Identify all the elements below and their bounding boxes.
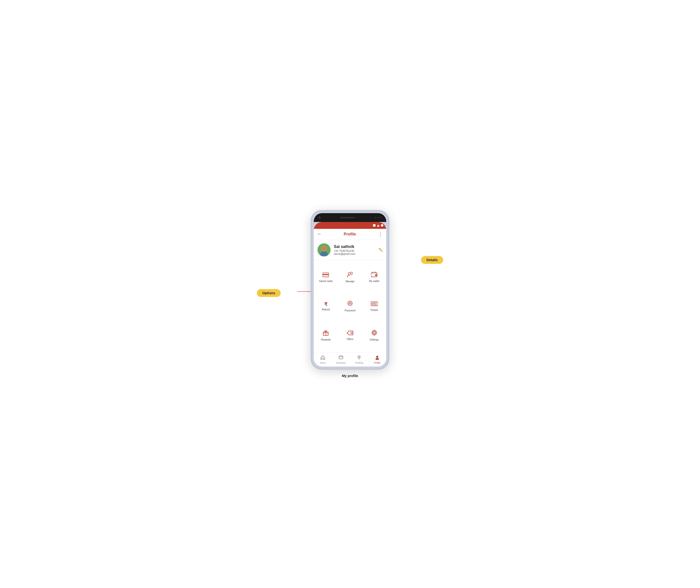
home-icon: [320, 355, 325, 361]
svg-point-20: [372, 303, 373, 305]
sensors: [375, 217, 382, 218]
manage-label: Manage: [345, 280, 355, 283]
profile-nav-icon: [375, 355, 380, 361]
svg-point-17: [350, 303, 350, 304]
app-header: ← Profile ⋮: [314, 229, 386, 240]
refund-icon: ₹: [324, 301, 327, 307]
profile-phone: +91 7546791230: [334, 249, 377, 252]
sensor-dot-2: [377, 217, 379, 218]
options-annotation: Options: [257, 289, 281, 297]
manage-icon: [347, 272, 353, 279]
status-circle-icon: [381, 224, 383, 227]
status-bar: [314, 222, 386, 229]
avatar-svg: [317, 244, 330, 256]
menu-item-tickets[interactable]: Tickets: [362, 292, 386, 321]
profile-section: Sai sathvik +91 7546791230 ravva@gmail.c…: [314, 240, 386, 260]
refund-label: Refund: [322, 308, 329, 311]
sensor-dot-1: [375, 217, 376, 218]
saved-cards-icon: [322, 272, 329, 279]
saved-cards-label: Saved cards: [319, 280, 333, 282]
menu-grid: Saved cards Manage My wallet: [314, 260, 386, 352]
status-triangle-icon: [377, 224, 380, 227]
nav-home[interactable]: Home: [314, 355, 332, 364]
status-icons: [373, 224, 383, 227]
menu-item-offers[interactable]: Offers: [338, 321, 362, 350]
edit-button[interactable]: ✏️: [379, 248, 383, 252]
details-annotation: Details: [421, 256, 443, 264]
rewards-icon: [323, 330, 329, 337]
profile-nav-label: Profile: [374, 362, 381, 364]
tracking-icon: [357, 355, 362, 361]
speaker: [340, 217, 355, 218]
menu-item-rewards[interactable]: Rewards: [314, 321, 338, 350]
svg-rect-14: [375, 274, 377, 276]
offers-icon: [346, 330, 354, 337]
rewards-label: Rewards: [321, 338, 330, 341]
bookings-icon: [338, 355, 343, 361]
menu-item-password[interactable]: Password: [338, 292, 362, 321]
svg-point-32: [376, 356, 378, 358]
tickets-icon: [371, 301, 378, 308]
more-options-button[interactable]: ⋮: [378, 232, 383, 237]
phone-top-bar: [314, 213, 386, 222]
wallet-icon: [371, 272, 378, 279]
menu-item-my-wallet[interactable]: My wallet: [362, 263, 386, 292]
svg-point-5: [322, 246, 326, 251]
phone-screen: ← Profile ⋮ Sai sathvik +91 7546791230: [314, 222, 386, 367]
settings-label: Settings: [370, 338, 379, 341]
nav-profile[interactable]: Profile: [368, 355, 386, 364]
home-label: Home: [320, 362, 326, 364]
profile-info: Sai sathvik +91 7546791230 ravva@gmail.c…: [334, 245, 377, 255]
phone-shell: ← Profile ⋮ Sai sathvik +91 7546791230: [311, 210, 389, 369]
bookings-label: Bookings: [336, 362, 345, 364]
menu-item-settings[interactable]: Settings: [362, 321, 386, 350]
password-label: Password: [344, 309, 356, 312]
settings-icon: [371, 330, 378, 337]
profile-name: Sai sathvik: [334, 245, 377, 249]
front-camera: [318, 217, 320, 219]
back-button[interactable]: ←: [317, 232, 321, 237]
menu-item-saved-cards[interactable]: Saved cards: [314, 263, 338, 292]
password-icon: [347, 300, 353, 308]
profile-email: ravva@gmail.com: [334, 252, 377, 255]
page-title: Profile: [344, 232, 356, 236]
svg-point-26: [351, 332, 352, 334]
offers-label: Offers: [346, 338, 353, 341]
tracking-label: Tracking: [355, 362, 363, 364]
page-wrapper: Options: [252, 184, 448, 404]
svg-point-9: [351, 272, 353, 274]
avatar: [317, 243, 331, 257]
nav-bookings[interactable]: Bookings: [332, 355, 350, 364]
tickets-label: Tickets: [371, 309, 378, 311]
svg-rect-28: [339, 356, 343, 359]
svg-point-27: [373, 332, 375, 334]
bottom-nav: Home Bookings Tracking: [314, 352, 386, 367]
status-square-icon: [373, 224, 376, 227]
menu-item-refund[interactable]: ₹ Refund: [314, 292, 338, 321]
sensor-dot-3: [380, 217, 382, 218]
svg-rect-7: [322, 274, 329, 275]
page-caption: My profile: [342, 374, 358, 378]
nav-tracking[interactable]: Tracking: [350, 355, 368, 364]
menu-item-manage[interactable]: Manage: [338, 263, 362, 292]
svg-point-31: [359, 356, 360, 357]
svg-point-33: [376, 358, 379, 360]
svg-point-8: [348, 272, 351, 275]
wallet-label: My wallet: [369, 280, 380, 282]
